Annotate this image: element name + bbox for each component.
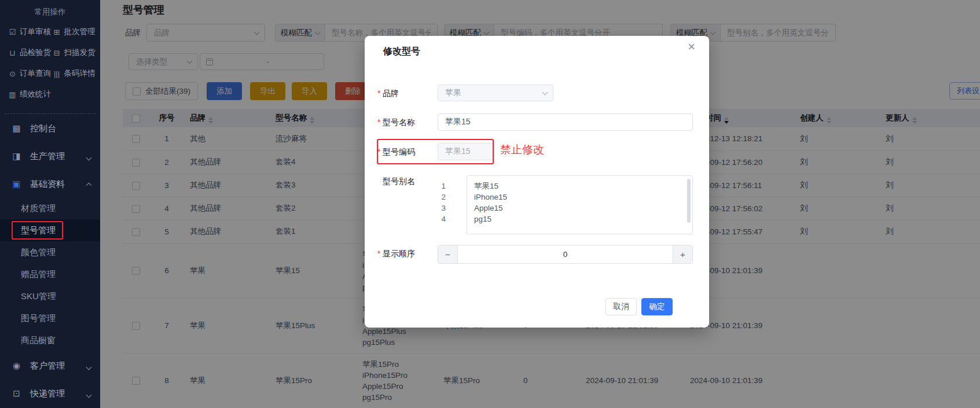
alias-editor-line: iPhone15 <box>474 192 685 203</box>
close-icon[interactable]: × <box>688 41 695 53</box>
sidebar-item-label: 基础资料 <box>30 179 65 190</box>
submenu-basic-data: 材质管理型号管理颜色管理赠品管理SKU管理图号管理商品橱窗 <box>0 197 100 351</box>
sidebar-item-label: 客户管理 <box>30 361 65 372</box>
quick-op-order-review[interactable]: ☑订单审核 <box>8 27 53 37</box>
alias-editor-line: pg15 <box>474 214 685 225</box>
brand-select[interactable]: 苹果 <box>438 84 553 101</box>
barcode-details-icon: ||| <box>53 69 61 78</box>
quick-op-label: 绩效统计 <box>20 89 51 100</box>
customer-management-icon: ◉ <box>12 361 21 371</box>
annotation-red-box <box>12 221 63 240</box>
required-mark: * <box>377 249 380 258</box>
quick-ops-title: 常用操作 <box>0 0 100 17</box>
brand-select-value: 苹果 <box>445 88 461 98</box>
quick-op-scan-shipping[interactable]: ⊟扫描发货 <box>53 47 97 58</box>
order-review-icon: ☑ <box>8 28 17 36</box>
required-mark: * <box>377 89 380 98</box>
performance-stats-icon: ▥ <box>8 90 17 99</box>
sub-item-label: 图号管理 <box>21 313 56 324</box>
model-name-field-label: 型号名称 <box>383 117 415 128</box>
quick-op-label: 订单查询 <box>20 68 51 79</box>
sidebar-item-color-management[interactable]: 颜色管理 <box>0 241 100 263</box>
order-query-icon: ⊙ <box>8 69 17 78</box>
annotation-forbidden-text: 禁止修改 <box>500 142 544 157</box>
display-order-stepper: − 0 + <box>438 245 693 264</box>
quick-op-batch-management[interactable]: ⊞批次管理 <box>53 27 97 37</box>
sidebar-divider <box>5 113 96 114</box>
chevron-down-icon <box>542 89 548 95</box>
quick-op-performance-stats[interactable]: ▥绩效统计 <box>8 89 53 100</box>
sidebar-item-console[interactable]: ▦控制台 <box>0 115 100 142</box>
increase-button[interactable]: + <box>673 245 692 263</box>
quick-op-label: 品检验货 <box>20 47 51 58</box>
quick-op-quality-inspection[interactable]: ⊔品检验货 <box>8 47 53 58</box>
sidebar-item-gift-management[interactable]: 赠品管理 <box>0 263 100 285</box>
sub-item-label: 颜色管理 <box>21 247 56 258</box>
display-order-field-label: 显示顺序 <box>383 249 415 259</box>
chevron-down-icon <box>87 389 91 399</box>
sidebar-item-sku-management[interactable]: SKU管理 <box>0 285 100 307</box>
quick-op-label: 扫描发货 <box>64 47 96 58</box>
quality-inspection-icon: ⊔ <box>8 49 17 57</box>
sidebar-item-product-showcase[interactable]: 商品橱窗 <box>0 329 100 351</box>
cancel-button[interactable]: 取消 <box>605 298 637 315</box>
alias-editor-line: Apple15 <box>474 203 685 214</box>
sidebar-item-drawing-management[interactable]: 图号管理 <box>0 307 100 329</box>
alias-line-number: 1 <box>423 181 446 192</box>
scan-shipping-icon: ⊟ <box>53 49 61 57</box>
alias-editor-line: 苹果15 <box>474 181 685 192</box>
console-icon: ▦ <box>12 123 21 134</box>
sidebar-item-production-management[interactable]: ◨生产管理 <box>0 143 100 170</box>
chevron-down-icon <box>87 152 91 161</box>
quick-op-label: 订单审核 <box>20 27 51 37</box>
sidebar-item-label: 生产管理 <box>30 151 65 162</box>
quick-op-label: 条码详情 <box>64 68 96 79</box>
basic-data-icon: ▣ <box>12 179 21 189</box>
sub-item-label: 赠品管理 <box>21 269 56 280</box>
sidebar-item-customer-management[interactable]: ◉客户管理 <box>0 352 100 379</box>
dialog-title: 修改型号 <box>383 46 420 58</box>
quick-op-order-query[interactable]: ⊙订单查询 <box>8 68 53 79</box>
production-management-icon: ◨ <box>12 151 21 161</box>
express-management-icon: ⊡ <box>12 388 21 399</box>
alias-field-label: 型号别名 <box>383 177 415 187</box>
sidebar: 常用操作 ☑订单审核⊞批次管理⊔品检验货⊟扫描发货⊙订单查询|||条码详情▥绩效… <box>0 0 100 408</box>
sub-item-label: 商品橱窗 <box>21 335 56 346</box>
alias-line-number: 3 <box>423 203 446 214</box>
confirm-button[interactable]: 确定 <box>641 298 673 315</box>
sidebar-item-basic-data[interactable]: ▣基础资料 <box>0 171 100 197</box>
display-order-value[interactable]: 0 <box>458 245 673 263</box>
sub-item-label: 材质管理 <box>21 203 56 214</box>
chevron-down-icon <box>87 361 91 371</box>
sidebar-item-express-management[interactable]: ⊡快递管理 <box>0 380 100 407</box>
quick-ops-grid: ☑订单审核⊞批次管理⊔品检验货⊟扫描发货⊙订单查询|||条码详情▥绩效统计 <box>0 17 100 100</box>
scrollbar-thumb[interactable] <box>687 179 691 223</box>
brand-field-label: 品牌 <box>383 89 399 99</box>
quick-op-label: 批次管理 <box>64 27 96 37</box>
alias-line-number: 2 <box>423 192 446 203</box>
model-name-input[interactable] <box>438 113 693 131</box>
alias-line-numbers: 1234 <box>423 175 446 225</box>
alias-line-number: 4 <box>423 214 446 225</box>
required-mark: * <box>377 147 380 156</box>
sub-item-label: SKU管理 <box>21 291 56 302</box>
model-code-input <box>438 143 493 160</box>
model-code-field-label: 型号编码 <box>383 147 415 157</box>
alias-editor[interactable]: 苹果15iPhone15Apple15pg15 <box>467 175 693 234</box>
sidebar-item-material-management[interactable]: 材质管理 <box>0 197 100 219</box>
decrease-button[interactable]: − <box>438 245 458 263</box>
edit-model-dialog: 修改型号 × * 品牌 苹果 * 型号名称 * 型号编码 禁止修改 型号别名 1… <box>365 36 709 328</box>
chevron-up-icon <box>87 179 91 189</box>
sidebar-item-model-management[interactable]: 型号管理 <box>0 219 100 241</box>
sidebar-item-label: 快递管理 <box>30 388 65 399</box>
required-mark: * <box>377 117 380 127</box>
sidebar-item-label: 控制台 <box>30 123 56 134</box>
quick-op-barcode-details[interactable]: |||条码详情 <box>53 68 97 79</box>
batch-management-icon: ⊞ <box>53 28 61 36</box>
sidebar-menu: ▦控制台◨生产管理▣基础资料材质管理型号管理颜色管理赠品管理SKU管理图号管理商… <box>0 115 100 407</box>
